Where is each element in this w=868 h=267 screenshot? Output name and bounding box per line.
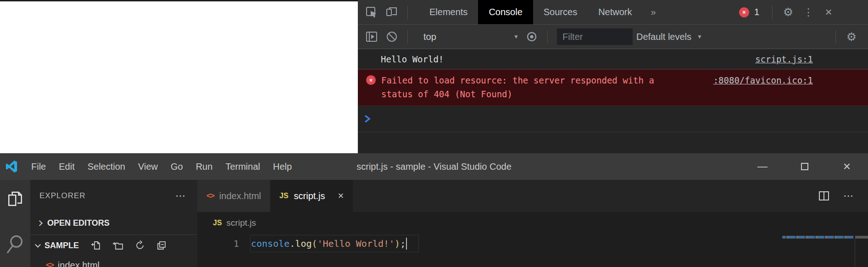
minimize-button[interactable]: — xyxy=(741,153,784,180)
console-prompt-chevron-icon xyxy=(364,114,371,123)
minimap-divider xyxy=(855,239,855,267)
log-levels-label: Default levels xyxy=(636,32,691,42)
console-prompt[interactable] xyxy=(358,106,868,132)
code-token: . xyxy=(289,238,295,249)
tab-index-html[interactable]: <> index.html xyxy=(197,180,270,212)
chevron-down-icon: ▼ xyxy=(697,33,702,40)
code-token: ) xyxy=(395,238,400,249)
menu-selection[interactable]: Selection xyxy=(81,153,132,180)
console-log-row: Hello World! script.js:1 xyxy=(358,49,868,69)
code-token: console xyxy=(251,238,289,249)
devtools-close-icon[interactable]: × xyxy=(818,0,839,25)
devtools-tabbar: Elements Console Sources Network » × 1 ⚙… xyxy=(358,0,868,25)
js-file-icon: JS xyxy=(279,192,289,200)
folder-label: SAMPLE xyxy=(45,241,79,250)
editor-tabs: <> index.html JS script.js × xyxy=(197,180,868,212)
tab-elements[interactable]: Elements xyxy=(419,0,478,24)
device-toolbar-icon[interactable] xyxy=(382,0,402,25)
more-tabs-icon[interactable]: » xyxy=(643,7,664,17)
maximize-icon xyxy=(801,163,808,170)
tree-item-label: index.html xyxy=(58,260,100,267)
menu-help[interactable]: Help xyxy=(267,153,298,180)
explorer-title: EXPLORER xyxy=(39,191,86,200)
console-error-line2: status of 404 (Not Found) xyxy=(381,89,512,99)
explorer-sidebar: EXPLORER ⋯ OPEN EDITORS SAMPLE xyxy=(30,180,197,267)
minimap[interactable] xyxy=(782,236,854,239)
vscode-logo-icon[interactable] xyxy=(6,161,17,172)
console-error-text: Failed to load resource: the server resp… xyxy=(381,73,654,101)
console-settings-gear-icon[interactable]: ⚙ xyxy=(841,24,862,49)
divider xyxy=(407,6,408,19)
context-selector[interactable]: top ▼ xyxy=(413,32,522,42)
window-title: script.js - sample - Visual Studio Code xyxy=(356,161,512,172)
folder-actions xyxy=(91,240,167,250)
tab-close-icon[interactable]: × xyxy=(338,190,344,202)
chevron-down-icon xyxy=(35,242,41,248)
menu-terminal[interactable]: Terminal xyxy=(219,153,267,180)
code-line-1: 1 console . log ( 'Hello World!' ) ; xyxy=(197,235,868,252)
console-error-source-link[interactable]: :8080/favicon.ico:1 xyxy=(713,73,813,87)
divider xyxy=(835,30,836,44)
refresh-icon[interactable] xyxy=(135,240,145,250)
editor-group: <> index.html JS script.js × xyxy=(197,180,868,267)
error-badge-count: 1 xyxy=(754,7,759,17)
breadcrumb[interactable]: JS script.js xyxy=(197,212,868,234)
code-token: log xyxy=(295,238,312,249)
console-log-text: Hello World! xyxy=(381,54,444,64)
explorer-files-icon[interactable] xyxy=(6,190,24,208)
console-toolbar: top ▼ Default levels ▼ ⚙ xyxy=(358,25,868,49)
search-icon[interactable] xyxy=(6,234,25,255)
code-editor[interactable]: 1 console . log ( 'Hello World!' ) ; xyxy=(197,234,868,267)
clear-console-icon[interactable] xyxy=(382,24,402,49)
context-selector-value: top xyxy=(423,32,436,42)
js-file-icon: JS xyxy=(213,219,222,227)
close-button[interactable]: × xyxy=(826,153,868,180)
html-file-icon: <> xyxy=(206,191,214,200)
menu-view[interactable]: View xyxy=(132,153,164,180)
explorer-more-actions-icon[interactable]: ⋯ xyxy=(175,190,186,202)
vscode-body: EXPLORER ⋯ OPEN EDITORS SAMPLE xyxy=(0,180,868,267)
minimap-slider[interactable] xyxy=(855,236,868,239)
tab-network[interactable]: Network xyxy=(588,0,642,24)
devtools-panel: Elements Console Sources Network » × 1 ⚙… xyxy=(358,0,868,153)
browser-page-viewport[interactable] xyxy=(0,1,358,153)
code-token: 'Hello World!' xyxy=(317,238,395,249)
chevron-right-icon xyxy=(37,220,43,226)
chevron-down-icon: ▼ xyxy=(513,33,519,40)
code-token: ; xyxy=(400,238,406,249)
tab-console[interactable]: Console xyxy=(478,0,533,24)
section-open-editors[interactable]: OPEN EDITORS xyxy=(30,212,197,235)
window-controls: — × xyxy=(741,153,868,180)
console-log-source-link[interactable]: script.js:1 xyxy=(755,54,813,64)
collapse-all-icon[interactable] xyxy=(156,240,167,250)
screen: Elements Console Sources Network » × 1 ⚙… xyxy=(0,0,868,267)
activity-bar xyxy=(0,180,30,267)
tree-item-index-html[interactable]: <> index.html xyxy=(30,256,197,267)
devtools-settings-gear-icon[interactable]: ⚙ xyxy=(778,0,798,25)
log-levels-dropdown[interactable]: Default levels ▼ xyxy=(636,32,702,42)
devtools-tabs: Elements Console Sources Network xyxy=(419,0,643,24)
menu-run[interactable]: Run xyxy=(189,153,219,180)
new-file-icon[interactable] xyxy=(91,240,101,250)
eye-icon[interactable] xyxy=(522,24,542,49)
error-badge[interactable]: × 1 xyxy=(739,7,759,17)
tab-label: index.html xyxy=(219,191,261,201)
vscode-window: File Edit Selection View Go Run Terminal… xyxy=(0,153,868,267)
line-number: 1 xyxy=(197,238,250,249)
current-line-highlight: console . log ( 'Hello World!' ) ; xyxy=(250,235,419,252)
maximize-button[interactable] xyxy=(784,153,826,180)
divider xyxy=(407,30,408,44)
menu-edit[interactable]: Edit xyxy=(52,153,81,180)
menu-file[interactable]: File xyxy=(25,153,52,180)
menu-go[interactable]: Go xyxy=(164,153,189,180)
tab-sources[interactable]: Sources xyxy=(533,0,588,24)
inspect-element-icon[interactable] xyxy=(362,0,382,25)
editor-more-actions-icon[interactable]: ⋯ xyxy=(843,190,854,202)
devtools-menu-kebab-icon[interactable]: ⋮ xyxy=(798,0,818,25)
new-folder-icon[interactable] xyxy=(112,240,123,250)
section-folder-sample[interactable]: SAMPLE xyxy=(30,235,197,256)
tab-script-js[interactable]: JS script.js × xyxy=(270,180,353,212)
console-sidebar-toggle-icon[interactable] xyxy=(362,24,382,49)
filter-input[interactable] xyxy=(557,28,633,45)
split-editor-icon[interactable] xyxy=(818,191,829,201)
